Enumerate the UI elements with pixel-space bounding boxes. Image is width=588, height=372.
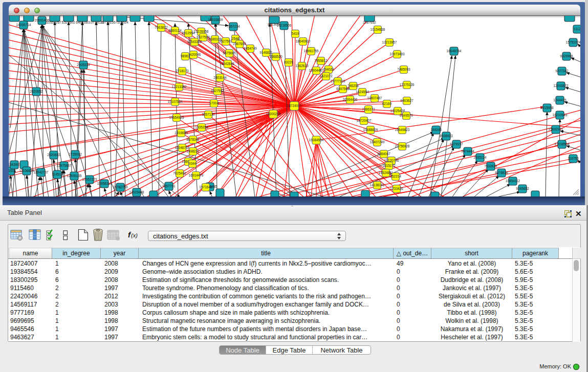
- svg-text:83220: 83220: [284, 60, 293, 64]
- svg-text:9463627: 9463627: [400, 99, 413, 102]
- svg-text:8678342: 8678342: [186, 138, 200, 141]
- svg-text:8912954: 8912954: [182, 31, 195, 35]
- svg-text:2803144: 2803144: [213, 76, 227, 79]
- svg-text:9427552: 9427552: [211, 89, 224, 93]
- svg-text:16648784: 16648784: [447, 49, 462, 53]
- svg-text:10543362: 10543362: [187, 40, 202, 43]
- svg-text:1421072: 1421072: [319, 74, 333, 78]
- svg-text:9227342: 9227342: [555, 69, 569, 73]
- svg-text:6497568: 6497568: [336, 87, 350, 91]
- svg-text:19218506: 19218506: [277, 24, 292, 27]
- svg-text:20691406: 20691406: [35, 18, 50, 22]
- svg-text:9146821: 9146821: [259, 51, 273, 54]
- svg-text:2905334: 2905334: [77, 63, 90, 67]
- svg-text:1527602: 1527602: [62, 20, 75, 24]
- svg-text:20364436: 20364436: [343, 98, 358, 101]
- svg-text:18407249: 18407249: [370, 140, 385, 144]
- svg-text:1343901: 1343901: [9, 163, 21, 166]
- svg-text:1571648: 1571648: [199, 185, 212, 189]
- svg-text:391517: 391517: [9, 169, 16, 172]
- svg-text:2349579: 2349579: [400, 114, 413, 117]
- svg-text:1112: 1112: [574, 27, 580, 31]
- svg-text:18300295: 18300295: [266, 112, 281, 116]
- svg-text:794024: 794024: [323, 68, 334, 71]
- svg-text:7632621: 7632621: [484, 164, 497, 168]
- svg-text:12093872: 12093872: [554, 84, 569, 87]
- svg-text:10973493: 10973493: [390, 52, 405, 56]
- svg-text:9245652: 9245652: [516, 187, 529, 190]
- svg-text:7955812: 7955812: [314, 59, 328, 62]
- svg-text:9527503: 9527503: [219, 39, 232, 43]
- svg-text:11046718: 11046718: [175, 146, 190, 149]
- svg-text:18640910: 18640910: [296, 39, 311, 43]
- svg-text:16210643: 16210643: [553, 113, 568, 117]
- svg-text:1588520: 1588520: [269, 55, 282, 58]
- svg-text:15751074: 15751074: [566, 40, 580, 44]
- svg-text:16782759: 16782759: [113, 185, 128, 189]
- svg-text:10688609: 10688609: [363, 128, 378, 132]
- svg-text:10807487: 10807487: [367, 96, 382, 100]
- svg-text:6466160: 6466160: [76, 20, 89, 24]
- svg-text:114519: 114519: [52, 172, 63, 176]
- svg-text:19384554: 19384554: [309, 138, 324, 142]
- svg-text:2718170: 2718170: [176, 69, 189, 73]
- svg-text:116753: 116753: [568, 157, 579, 160]
- svg-text:15692971: 15692971: [549, 127, 563, 131]
- svg-text:9657791: 9657791: [162, 184, 176, 188]
- svg-text:144095: 144095: [430, 128, 442, 132]
- svg-text:(x): (x): [131, 232, 138, 238]
- svg-text:20756928: 20756928: [395, 144, 410, 148]
- svg-text:1362615: 1362615: [295, 64, 309, 68]
- svg-text:1624554: 1624554: [356, 90, 369, 94]
- svg-text:14138141: 14138141: [370, 183, 385, 187]
- svg-text:2935114: 2935114: [474, 156, 487, 159]
- svg-text:17375135: 17375135: [400, 83, 415, 86]
- svg-text:1916685: 1916685: [175, 131, 188, 135]
- svg-text:12156829: 12156829: [19, 169, 34, 172]
- svg-text:2367608: 2367608: [233, 42, 246, 46]
- svg-text:15720407: 15720407: [357, 119, 372, 122]
- svg-text:10854112: 10854112: [506, 179, 520, 183]
- svg-text:18724007: 18724007: [287, 104, 302, 107]
- svg-text:13975887: 13975887: [57, 164, 72, 167]
- svg-text:8938923: 8938923: [440, 134, 453, 138]
- svg-text:16120746: 16120746: [384, 159, 399, 162]
- svg-text:7357234: 7357234: [227, 25, 240, 28]
- svg-text:9384067: 9384067: [377, 152, 390, 156]
- svg-text:1498222: 1498222: [186, 149, 200, 153]
- svg-text:2020653: 2020653: [47, 153, 60, 157]
- svg-text:1935359: 1935359: [195, 125, 208, 129]
- svg-text:14524851: 14524851: [379, 171, 394, 174]
- svg-text:14055714: 14055714: [16, 23, 31, 27]
- svg-text:2620652: 2620652: [30, 90, 43, 93]
- svg-text:16549823: 16549823: [395, 128, 410, 132]
- svg-text:8660124: 8660124: [168, 29, 182, 32]
- svg-text:19654925: 19654925: [169, 116, 184, 119]
- svg-text:23226058: 23226058: [194, 30, 209, 33]
- svg-text:1735992: 1735992: [69, 152, 82, 156]
- svg-text:17957223: 17957223: [82, 178, 97, 181]
- svg-text:19904487: 19904487: [309, 69, 324, 72]
- svg-text:12923448: 12923448: [129, 190, 144, 194]
- svg-text:98961: 98961: [181, 54, 190, 58]
- svg-text:7625402: 7625402: [173, 171, 186, 175]
- svg-text:2087652: 2087652: [363, 20, 376, 24]
- svg-text:1244415: 1244415: [553, 98, 567, 102]
- svg-text:3267130: 3267130: [202, 113, 215, 116]
- svg-text:16033809: 16033809: [208, 18, 223, 21]
- svg-text:9242848: 9242848: [221, 62, 234, 65]
- svg-text:10107534: 10107534: [168, 100, 183, 103]
- svg-text:1615172: 1615172: [382, 164, 396, 167]
- svg-text:8454749: 8454749: [244, 47, 257, 50]
- svg-text:6379197: 6379197: [450, 142, 463, 146]
- svg-text:10958117: 10958117: [97, 182, 112, 185]
- svg-text:9327503: 9327503: [197, 35, 210, 39]
- svg-text:16961755: 16961755: [304, 49, 319, 53]
- svg-text:7663822: 7663822: [155, 26, 168, 29]
- svg-text:9344: 9344: [189, 162, 197, 165]
- svg-text:252214: 252214: [390, 174, 401, 178]
- svg-text:9329966: 9329966: [560, 54, 573, 58]
- svg-text:16713155: 16713155: [101, 20, 116, 24]
- svg-text:10154838: 10154838: [371, 28, 385, 31]
- svg-text:62160: 62160: [382, 102, 391, 105]
